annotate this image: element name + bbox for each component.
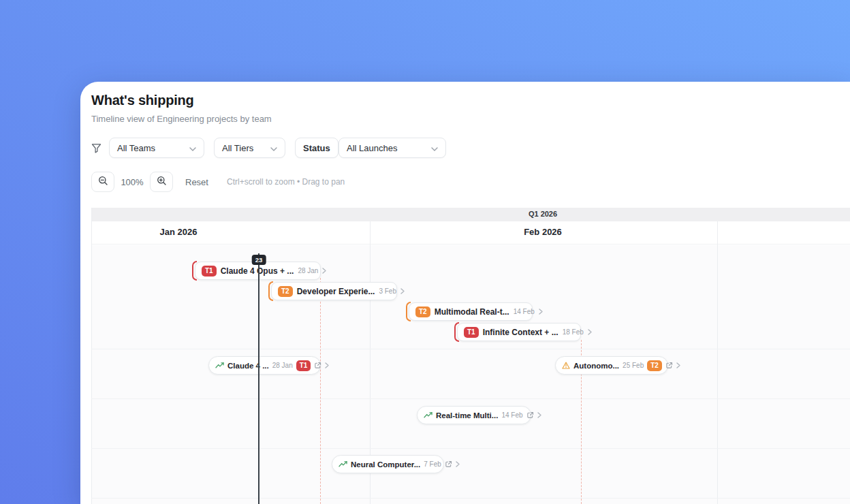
tier-filter-select[interactable]: All Tiers xyxy=(214,138,285,158)
trending-up-icon xyxy=(215,362,224,369)
zoom-level: 100% xyxy=(114,177,150,187)
zoom-in-button[interactable] xyxy=(150,172,173,192)
quarter-label: Q1 2026 xyxy=(529,210,557,218)
team-filter-select[interactable]: All Teams xyxy=(109,138,204,158)
chevron-down-icon xyxy=(431,143,438,153)
row-separator xyxy=(91,398,850,399)
row-separator xyxy=(91,448,850,449)
zoom-toolbar: 100% Reset Ctrl+scroll to zoom • Drag to… xyxy=(91,172,345,192)
launch-card[interactable]: Claude 4 ... 28 Jan T1 xyxy=(208,356,321,375)
chevron-right-icon xyxy=(539,309,543,315)
tier-badge: T1 xyxy=(202,266,217,277)
external-link-icon xyxy=(445,460,452,468)
filter-icon xyxy=(91,143,101,153)
chevron-right-icon xyxy=(456,461,460,467)
launch-filter-select[interactable]: All Launches xyxy=(339,138,446,158)
launch-date: 14 Feb xyxy=(501,411,522,419)
bar-start-bracket xyxy=(406,302,411,321)
chevron-right-icon xyxy=(537,412,541,418)
project-date: 28 Jan xyxy=(298,267,318,274)
chevron-down-icon xyxy=(270,143,277,153)
grid-left-border xyxy=(91,208,92,504)
launch-filter-value: All Launches xyxy=(347,143,397,153)
tier-badge: T2 xyxy=(415,306,430,317)
deadline-line xyxy=(320,278,321,504)
external-link-icon xyxy=(526,411,534,419)
launch-card[interactable]: Real-time Multi... 14 Feb xyxy=(417,406,531,424)
project-title: Infinite Context + ... xyxy=(483,328,558,337)
status-filter-button[interactable]: Status xyxy=(295,138,339,158)
project-title: Multimodal Real-t... xyxy=(435,307,509,317)
launch-title: Real-time Multi... xyxy=(436,411,498,420)
quarter-header: Q1 2026 xyxy=(91,208,850,221)
today-marker: 23 xyxy=(252,255,266,265)
trending-up-icon xyxy=(339,460,347,468)
project-date: 3 Feb xyxy=(379,287,396,295)
bar-start-bracket xyxy=(268,281,273,301)
tier-badge: T2 xyxy=(278,286,293,297)
month-header-jan: Jan 2026 xyxy=(160,227,198,237)
chevron-right-icon xyxy=(676,362,680,368)
tier-filter-value: All Tiers xyxy=(222,143,253,153)
reset-button[interactable]: Reset xyxy=(185,177,208,187)
project-title: Developer Experie... xyxy=(297,287,375,296)
bar-start-bracket xyxy=(192,261,197,281)
month-gridline-mar xyxy=(717,221,718,504)
trending-up-icon xyxy=(424,411,432,419)
chevron-right-icon xyxy=(325,362,329,368)
project-date: 14 Feb xyxy=(514,308,535,315)
launch-title: Autonomo... xyxy=(573,362,619,370)
magnifier-minus-icon xyxy=(98,176,108,188)
month-header-row: Jan 2026 Feb 2026 xyxy=(91,221,850,245)
tier-badge: T1 xyxy=(464,327,479,338)
chevron-right-icon xyxy=(322,268,326,274)
month-header-feb: Feb 2026 xyxy=(524,227,562,237)
launch-card[interactable]: Autonomo... 25 Feb T2 xyxy=(555,356,668,375)
project-date: 18 Feb xyxy=(563,328,584,336)
launch-date: 7 Feb xyxy=(424,460,441,468)
zoom-pan-hint: Ctrl+scroll to zoom • Drag to pan xyxy=(227,177,345,187)
project-card[interactable]: T1 Infinite Context + ... 18 Feb xyxy=(457,323,581,341)
tier-badge: T1 xyxy=(296,360,311,371)
launch-title: Claude 4 ... xyxy=(227,362,269,370)
row-separator xyxy=(91,349,850,349)
page-subtitle: Timeline view of Engineering projects by… xyxy=(91,114,272,124)
app-background: What's shipping Timeline view of Enginee… xyxy=(0,0,850,504)
chevron-down-icon xyxy=(189,143,196,153)
zoom-out-button[interactable] xyxy=(91,172,114,192)
launch-date: 25 Feb xyxy=(623,362,644,369)
external-link-icon xyxy=(314,362,321,369)
chevron-right-icon xyxy=(400,288,405,294)
magnifier-plus-icon xyxy=(157,176,167,188)
launch-title: Neural Computer... xyxy=(351,460,420,469)
project-card[interactable]: T2 Developer Experie... 3 Feb xyxy=(271,282,397,300)
launch-date: 28 Jan xyxy=(272,362,293,369)
project-title: Claude 4 Opus + ... xyxy=(221,266,294,276)
chevron-right-icon xyxy=(588,329,592,335)
timeline-canvas[interactable] xyxy=(91,245,850,504)
team-filter-value: All Teams xyxy=(117,143,155,153)
warning-icon xyxy=(562,362,570,369)
bar-start-bracket xyxy=(454,322,459,342)
launch-card[interactable]: Neural Computer... 7 Feb xyxy=(332,455,444,473)
project-card[interactable]: T2 Multimodal Real-t... 14 Feb xyxy=(409,302,533,321)
external-link-icon xyxy=(665,362,673,369)
tier-badge: T2 xyxy=(647,360,662,371)
page-title: What's shipping xyxy=(91,93,194,108)
today-line xyxy=(258,253,259,504)
row-separator xyxy=(91,498,850,499)
